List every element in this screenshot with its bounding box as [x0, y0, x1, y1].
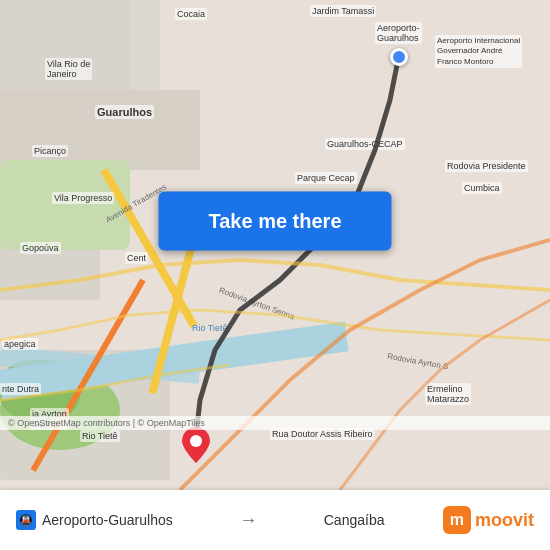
cta-button-container: Take me there: [158, 191, 391, 250]
map-label-parque: Parque Cecap: [295, 172, 357, 184]
svg-point-0: [190, 435, 202, 447]
map-label-cecap: Guarulhos-CECAP: [325, 138, 405, 150]
transit-icon: 🚇: [16, 510, 36, 530]
moovit-brand-text: moovit: [475, 510, 534, 531]
transit-icon-symbol: 🚇: [19, 514, 33, 527]
map-label-cocaia: Cocaia: [175, 8, 207, 20]
map-label-rio-tiete: Rio Tietê: [190, 322, 230, 334]
map-label-rio-tiete2: Rio Tietê: [80, 430, 120, 442]
map-label-cumbica: Cumbica: [462, 182, 502, 194]
map-label-gopouba: Gopoúva: [20, 242, 61, 254]
map-label-aeroporto: Aeroporto-Guarulhos: [375, 22, 422, 44]
take-me-there-button[interactable]: Take me there: [158, 191, 391, 250]
map-label-apegica: apegica: [2, 338, 38, 350]
route-from-label: Aeroporto-Guarulhos: [42, 512, 173, 528]
destination-marker: [182, 427, 210, 463]
map-label-picanco: Picanço: [32, 145, 68, 157]
moovit-logo: m moovit: [443, 506, 534, 534]
bottom-navigation-bar: 🚇 Aeroporto-Guarulhos → Cangaíba m moovi…: [0, 490, 550, 550]
moovit-icon-letter: m: [450, 511, 464, 529]
map-label-airport-full: Aeroporto InternacionalGovernador AndréF…: [435, 35, 522, 68]
map-label-vila-rio: Vila Rio deJaneiro: [45, 58, 92, 80]
moovit-icon: m: [443, 506, 471, 534]
origin-marker: [390, 48, 408, 66]
attribution-bar: © OpenStreetMap contributors | © OpenMap…: [0, 416, 550, 430]
route-arrow: →: [239, 510, 257, 531]
map-label-jardim: Jardim Tamassi: [310, 5, 376, 17]
map-label-vila-progresso: Vila Progresso: [52, 192, 114, 204]
attribution-text: © OpenStreetMap contributors | © OpenMap…: [8, 418, 205, 428]
map-container: Cocaia Jardim Tamassi Aeroporto-Guarulho…: [0, 0, 550, 490]
map-label-rodovia-presidente: Rodovia Presidente: [445, 160, 528, 172]
map-label-cent: Cent: [125, 252, 148, 264]
route-to-label: Cangaíba: [324, 512, 385, 528]
route-from: 🚇 Aeroporto-Guarulhos: [16, 510, 173, 530]
map-label-nte-dutra: nte Dutra: [0, 383, 41, 395]
map-label-guarulhos: Guarulhos: [95, 105, 154, 119]
map-label-ermelino: ErmelinoMatarazzo: [425, 383, 471, 405]
